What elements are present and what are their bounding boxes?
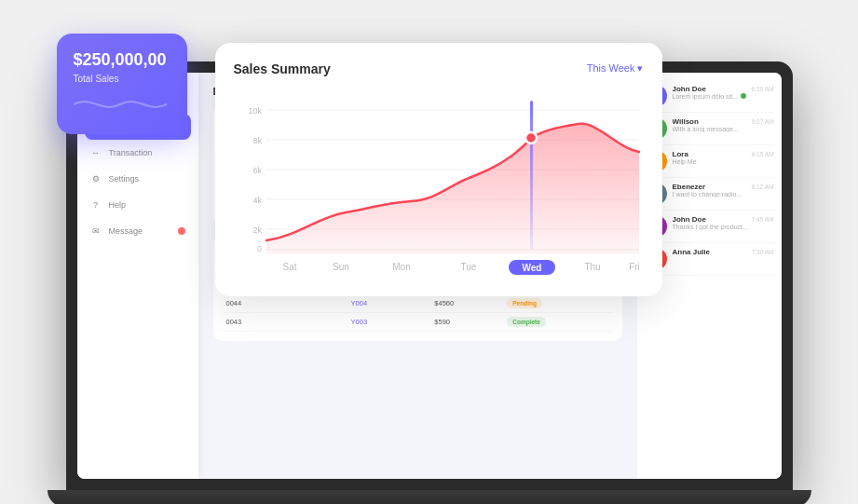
msg-text: I want to change radio... [673,191,774,198]
total-sales-card: $250,000,00 Total Sales [57,34,187,134]
sidebar-item-help[interactable]: ? Help [77,192,198,218]
svg-text:0: 0 [256,244,261,253]
message-item[interactable]: AJ Anna Julie 7:30 AM [645,243,774,276]
msg-text: With a long message... [673,126,774,132]
msg-name: John Doe [673,85,706,93]
msg-time: 7:45 AM [752,216,774,223]
msg-content: John Doe 6:30 AM Lorem ipsum dolo sit... [673,85,774,107]
svg-rect-14 [530,101,533,250]
wave-decoration [74,95,170,117]
chart-svg: 10k 8k 6k 4k 2k 0 [234,91,644,278]
msg-content: Lora 8:15 AM Help Me [673,150,774,172]
message-item[interactable]: JD John Doe 6:30 AM Lorem ipsum dolo sit… [645,80,774,113]
total-sales-amount: $250,000,00 [74,50,170,70]
msg-name: Lora [673,150,688,158]
status-badge: Complete [507,317,546,327]
svg-text:Sat: Sat [282,262,296,272]
msg-content: Ebenezer 8:12 AM I want to change radio.… [673,183,774,205]
svg-text:Fri: Fri [629,262,640,272]
cell-status: Pending [503,293,612,312]
sidebar-item-settings[interactable]: ⚙ Settings [77,166,198,192]
table-row: 0043 Y003 $590 Complete [223,312,613,331]
sales-summary-chart: 10k 8k 6k 4k 2k 0 [234,91,644,278]
msg-time: 7:30 AM [752,249,774,255]
msg-name: Willson [673,117,699,126]
online-dot [741,93,746,99]
msg-content: John Doe 7:45 AM Thanks I got the produc… [673,215,774,238]
msg-name: Ebenezer [673,183,706,191]
help-icon: ? [90,199,102,211]
msg-content: Anna Julie 7:30 AM [673,248,774,270]
scene: $250,000,00 Total Sales ● ⊞ Dashboard ↔ [29,15,830,490]
msg-name: John Doe [673,215,706,224]
cell-ref: 0044 [223,293,347,312]
svg-text:10k: 10k [248,106,262,116]
sidebar-transaction-label: Transaction [109,148,153,157]
message-item[interactable]: W Willson 9:07 AM With a long message... [645,113,774,145]
msg-text: Lorem ipsum dolo sit... [673,93,774,100]
message-item[interactable]: L Lora 8:15 AM Help Me [645,145,774,178]
transaction-icon: ↔ [90,147,102,158]
cell-price: $4560 [430,293,503,312]
msg-content: Willson 9:07 AM With a long message... [673,117,774,140]
sidebar-item-message[interactable]: ✉ Message [77,218,198,244]
svg-text:4k: 4k [252,196,262,205]
msg-text: Thanks I got the product... [673,224,774,230]
cell-price: $590 [430,312,503,331]
message-item[interactable]: E Ebenezer 8:12 AM I want to change radi… [645,178,774,211]
svg-point-15 [525,132,537,143]
svg-text:Thu: Thu [584,262,600,272]
sales-summary-title: Sales Summary [234,61,331,76]
msg-text: Help Me [673,158,774,165]
order-id-link[interactable]: Y003 [351,318,368,326]
message-item[interactable]: JD John Doe 7:45 AM Thanks I got the pro… [645,211,774,243]
message-badge [178,227,185,235]
cell-id: Y004 [347,293,431,312]
msg-time: 8:12 AM [752,184,774,190]
laptop-base [48,490,811,505]
sales-summary-card: Sales Summary This Week ▾ 10k [215,43,662,296]
message-list: JD John Doe 6:30 AM Lorem ipsum dolo sit… [645,80,774,276]
sidebar-settings-label: Settings [109,174,140,184]
order-id-link[interactable]: Y004 [351,299,368,307]
svg-text:Wed: Wed [522,263,541,273]
msg-time: 6:30 AM [752,86,774,92]
table-row: 0044 Y004 $4560 Pending [223,293,613,312]
msg-time: 8:15 AM [752,151,774,157]
cell-ref: 0043 [223,312,347,331]
sidebar-item-transaction[interactable]: ↔ Transaction [77,140,198,166]
cell-id: Y003 [347,312,431,331]
sidebar-message-label: Message [109,226,143,236]
svg-text:Sun: Sun [333,262,349,272]
sales-summary-filter[interactable]: This Week ▾ [587,62,644,75]
msg-time: 9:07 AM [752,118,774,125]
msg-name: Anna Julie [673,248,710,256]
status-badge: Pending [507,298,542,308]
cell-status: Complete [503,312,612,331]
message-icon: ✉ [90,225,102,237]
svg-text:6k: 6k [252,166,262,175]
sidebar-help-label: Help [109,200,127,210]
svg-text:Tue: Tue [460,262,476,272]
settings-icon: ⚙ [90,173,102,184]
sales-summary-header: Sales Summary This Week ▾ [234,61,644,76]
svg-text:Mon: Mon [392,262,410,272]
svg-text:2k: 2k [252,225,262,235]
total-sales-label: Total Sales [74,74,170,84]
svg-text:8k: 8k [252,136,262,145]
